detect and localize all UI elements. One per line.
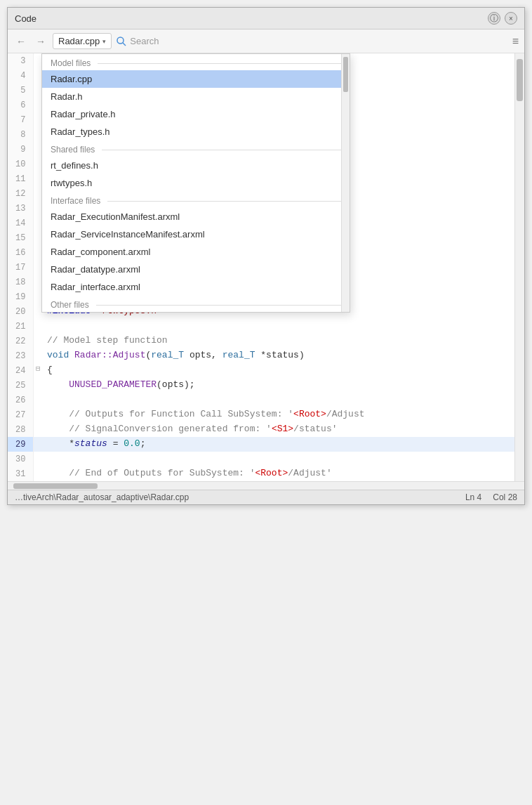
fold-marker (33, 437, 43, 452)
code-line-content: void Radar::Adjust(real_T opts, real_T *… (43, 348, 514, 363)
svg-point-0 (117, 37, 124, 44)
line-number: 20 (8, 304, 33, 319)
code-line-content: // SignalConversion generated from: '<S1… (43, 422, 514, 437)
line-number: 17 (8, 260, 33, 275)
table-row: 22 // Model step function (8, 334, 514, 348)
svg-line-1 (123, 43, 126, 46)
line-number: 23 (8, 348, 33, 363)
list-item[interactable]: rt_defines.h (42, 157, 350, 174)
list-item[interactable]: Radar_private.h (42, 105, 350, 123)
table-row: 23 void Radar::Adjust(real_T opts, real_… (8, 348, 514, 363)
fold-marker (33, 334, 43, 348)
fold-marker (33, 348, 43, 363)
menu-icon[interactable]: ≡ (512, 35, 519, 48)
table-row: 21 (8, 319, 514, 334)
list-item[interactable]: Radar_component.arxml (42, 243, 350, 261)
table-row: 25 UNUSED_PARAMETER(opts); (8, 378, 514, 393)
fold-marker (33, 378, 43, 393)
line-number: 15 (8, 230, 33, 245)
table-row: 26 (8, 393, 514, 407)
table-row: 29 *status = 0.0; (8, 437, 514, 452)
file-path: …tiveArch\Radar_autosar_adaptive\Radar.c… (15, 492, 454, 502)
line-number: 18 (8, 275, 33, 289)
line-number: 24 (8, 363, 33, 378)
line-number: 4 (8, 68, 33, 83)
search-bar[interactable]: Search (116, 36, 159, 47)
list-item[interactable]: Radar_datatype.arxml (42, 261, 350, 278)
line-number: 22 (8, 334, 33, 348)
line-number: 12 (8, 186, 33, 201)
list-item[interactable]: Radar_types.h (42, 123, 350, 140)
fold-marker (33, 393, 43, 407)
vertical-scrollbar[interactable] (514, 53, 524, 481)
dropdown-section-shared: Shared files (42, 140, 350, 157)
code-line-content: // Model step function (43, 334, 514, 348)
fold-marker: ⊟ (33, 363, 43, 378)
search-icon (116, 36, 127, 47)
code-line-content: *status = 0.0; (43, 437, 514, 452)
file-selector[interactable]: Radar.cpp ▾ (53, 33, 112, 49)
table-row: 30 (8, 452, 514, 466)
dropdown-scroll-thumb[interactable] (343, 57, 348, 92)
code-line-content: // Outputs for Function Call SubSystem: … (43, 407, 514, 422)
content-area: 3 // 4 // dback and te 5 // (8, 53, 524, 481)
close-button[interactable]: × (505, 12, 517, 25)
title-bar: Code ⓘ × (8, 8, 524, 30)
list-item[interactable]: Radar_ServiceInstanceManifest.arxml (42, 225, 350, 243)
code-line-content: { (43, 363, 514, 378)
info-button[interactable]: ⓘ (488, 12, 500, 25)
ln-value: 4 (477, 492, 482, 502)
dropdown-section-interface: Interface files (42, 192, 350, 208)
line-number: 26 (8, 393, 33, 407)
line-number: 21 (8, 319, 33, 334)
dropdown-section-other: Other files (42, 296, 350, 312)
fold-marker (33, 319, 43, 334)
list-item[interactable]: Radar_ExecutionManifest.arxml (42, 208, 350, 225)
file-dropdown: Model files Radar.cpp Radar.h Radar_priv… (41, 53, 350, 313)
horizontal-scrollbar[interactable] (8, 481, 524, 490)
table-row: 28 // SignalConversion generated from: '… (8, 422, 514, 437)
line-number: 19 (8, 289, 33, 304)
scroll-thumb-h[interactable] (13, 483, 98, 489)
line-number: 7 (8, 112, 33, 127)
line-number: 11 (8, 171, 33, 186)
line-number: 6 (8, 98, 33, 112)
toolbar: ← → Radar.cpp ▾ Search ≡ (8, 30, 524, 53)
line-number: 8 (8, 127, 33, 142)
fold-marker (33, 466, 43, 481)
line-number: 25 (8, 378, 33, 393)
search-label: Search (130, 36, 159, 46)
list-item[interactable]: Radar.h (42, 88, 350, 105)
line-number: 13 (8, 201, 33, 216)
scroll-thumb[interactable] (517, 59, 523, 101)
line-number: 31 (8, 466, 33, 481)
col-label: Col (493, 492, 505, 502)
list-item[interactable]: rtwtypes.h (42, 174, 350, 192)
table-row: 27 // Outputs for Function Call SubSyste… (8, 407, 514, 422)
fold-marker (33, 407, 43, 422)
list-item[interactable]: Radar.cpp (42, 70, 350, 88)
fold-marker (33, 422, 43, 437)
line-number: 5 (8, 83, 33, 98)
window-title: Code (15, 13, 36, 24)
code-line-content: UNUSED_PARAMETER(opts); (43, 378, 514, 393)
code-line-content (43, 452, 514, 466)
code-line-content (43, 393, 514, 407)
line-number: 3 (8, 53, 33, 68)
fold-marker (33, 452, 43, 466)
line-number: 27 (8, 407, 33, 422)
ln-label: Ln (465, 492, 474, 502)
line-indicator: Ln 4 (465, 492, 481, 502)
table-row: 24 ⊟ { (8, 363, 514, 378)
list-item[interactable]: Radar_interface.arxml (42, 278, 350, 296)
line-number: 14 (8, 216, 33, 230)
status-bar: …tiveArch\Radar_autosar_adaptive\Radar.c… (8, 490, 524, 504)
back-button[interactable]: ← (13, 34, 29, 48)
table-row: 31 // End of Outputs for SubSystem: '<Ro… (8, 466, 514, 481)
file-name-label: Radar.cpp (58, 36, 100, 46)
dropdown-section-model: Model files (42, 54, 350, 70)
dropdown-scrollbar[interactable] (341, 54, 350, 312)
forward-button[interactable]: → (33, 34, 48, 48)
line-number: 30 (8, 452, 33, 466)
line-number: 16 (8, 245, 33, 260)
